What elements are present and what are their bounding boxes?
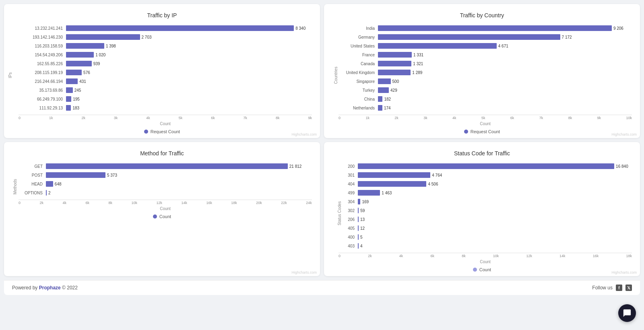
x-tick: 3k: [423, 116, 427, 120]
ip-x-label: Count: [19, 122, 312, 126]
method-traffic-card: Method for Traffic Methods GET21 812POST…: [4, 142, 320, 276]
bar-label: 162.55.85.226: [19, 62, 63, 66]
x-tick: 24k: [306, 201, 312, 205]
status-bar-chart: 20016 8403014 7644044 5064991 4633041693…: [339, 163, 632, 251]
bar: [378, 25, 612, 31]
bar-label: 35.173.69.86: [19, 88, 63, 93]
bar: [358, 163, 614, 169]
traffic-by-ip-title: Traffic by IP: [12, 12, 312, 19]
bar-value: 1 398: [106, 44, 116, 48]
status-x-label: Count: [339, 260, 632, 264]
bar-value: 4 764: [432, 173, 442, 177]
bar-value: 1 289: [412, 70, 422, 75]
y-axis-label-method: Methods: [13, 179, 17, 194]
bar-container: 5 373: [46, 172, 312, 178]
bar-value: 12: [360, 226, 365, 231]
country-legend: Request Count: [332, 129, 632, 134]
bar-value: 939: [93, 62, 100, 66]
bar-value: 500: [392, 79, 399, 84]
bar-value: 8 340: [295, 26, 305, 31]
bar-row: 20613: [339, 216, 632, 223]
bar-container: 648: [46, 181, 312, 187]
x-tick: 14k: [559, 254, 566, 258]
bar-value: 183: [72, 106, 79, 110]
x-tick: 8k: [276, 116, 280, 120]
bar-label: 200: [339, 164, 355, 169]
bar-value: 4 506: [428, 182, 438, 186]
bar-label: 400: [339, 235, 355, 239]
bar-container: 2 703: [66, 34, 312, 40]
method-traffic-chart: Methods GET21 812POST5 373HEAD648OPTIONS…: [12, 163, 312, 211]
bar-container: 4 764: [358, 172, 632, 178]
bar: [358, 172, 430, 178]
status-code-chart: Status Codes 20016 8403014 7644044 50649…: [332, 163, 632, 264]
y-axis-wrapper-method: Methods: [12, 163, 19, 211]
bar-label: 193.142.146.230: [19, 35, 63, 39]
bar-container: 183: [66, 105, 312, 111]
bar-container: 500: [378, 78, 632, 84]
bar-label: China: [339, 97, 375, 101]
ip-credit: Highcharts.com: [291, 132, 317, 136]
bar-label: 208.115.199.19: [19, 70, 63, 75]
bar: [358, 181, 426, 187]
bar-label: 499: [339, 191, 355, 195]
bar-row: 116.203.158.591 398: [19, 42, 312, 50]
x-tick: 10k: [131, 201, 137, 205]
chat-bubble[interactable]: [618, 304, 636, 322]
x-tick: 4k: [146, 116, 150, 120]
bar-value: 429: [390, 88, 397, 93]
bar-label: HEAD: [19, 182, 43, 186]
bar-row: 111.92.29.13183: [19, 104, 312, 111]
method-x-label: Count: [19, 206, 312, 211]
bar-label: 405: [339, 226, 355, 231]
method-bar-chart: GET21 812POST5 373HEAD648OPTIONS2: [19, 163, 312, 198]
x-tick: 22k: [281, 201, 287, 205]
method-traffic-title: Method for Traffic: [12, 150, 312, 157]
bar-row: France1 331: [339, 51, 632, 58]
copyright: © 2022: [62, 285, 78, 291]
bar: [358, 225, 359, 231]
ip-legend: Request Count: [12, 129, 312, 134]
bar-row: India9 206: [339, 25, 632, 32]
bar-container: 429: [378, 87, 632, 93]
x-tick: 6k: [85, 201, 89, 205]
x-tick: 1k: [49, 116, 53, 120]
bar-label: France: [339, 53, 375, 57]
bar-row: 66.249.79.100195: [19, 95, 312, 103]
x-tick: 5k: [481, 116, 485, 120]
bar-label: Singapore: [339, 79, 375, 84]
bar-value: 648: [55, 182, 62, 186]
bar-container: 59: [358, 208, 632, 213]
method-x-ticks: 02k4k6k8k10k12k14k16k18k20k22k24k: [19, 200, 312, 205]
bar: [46, 163, 288, 169]
status-legend: Count: [332, 267, 632, 272]
twitter-icon[interactable]: 𝕏: [625, 285, 632, 291]
x-tick: 1k: [365, 116, 369, 120]
bar-value: 1 321: [413, 62, 423, 66]
status-legend-dot: [473, 268, 477, 272]
status-code-card: Status Code for Traffic Status Codes 200…: [324, 142, 640, 276]
facebook-icon[interactable]: f: [616, 285, 622, 291]
method-legend: Count: [12, 214, 312, 219]
x-tick: 7k: [539, 116, 543, 120]
bar-container: 245: [66, 87, 312, 93]
bar-row: 162.55.85.226939: [19, 60, 312, 67]
traffic-by-country-title: Traffic by Country: [332, 12, 632, 19]
ip-legend-label: Request Count: [151, 129, 180, 134]
bar-value: 4: [360, 244, 363, 248]
bar-value: 9 206: [613, 26, 623, 31]
bar-container: 5: [358, 234, 632, 240]
ip-legend-dot: [144, 130, 148, 134]
bar: [358, 217, 359, 222]
x-tick: 2k: [81, 116, 85, 120]
bar-row: Netherlands174: [339, 104, 632, 111]
bar-value: 245: [74, 88, 81, 93]
status-credit: Highcharts.com: [611, 270, 637, 274]
bar: [378, 34, 560, 40]
bar-container: 12: [358, 225, 632, 231]
bar-container: 1 321: [378, 61, 632, 66]
bar-label: POST: [19, 173, 43, 177]
x-tick: 2k: [394, 116, 398, 120]
bar-row: POST5 373: [19, 171, 312, 179]
bar-row: Turkey429: [339, 87, 632, 94]
